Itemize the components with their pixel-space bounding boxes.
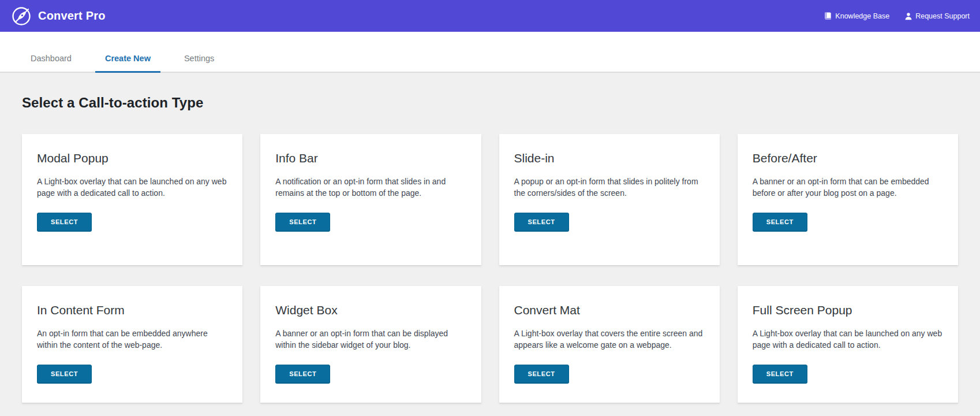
app-header: Convert Pro Knowledge Base Request Suppo…	[0, 0, 980, 32]
cta-card-description: A banner or an opt-in form that can be e…	[753, 176, 943, 199]
tab-settings[interactable]: Settings	[174, 46, 224, 73]
cta-card-modal-popup: Modal Popup A Light-box overlay that can…	[22, 134, 242, 265]
cta-card-full-screen-popup: Full Screen Popup A Light-box overlay th…	[738, 286, 958, 403]
cta-card-description: A popup or an opt-in form that slides in…	[514, 176, 705, 199]
brand: Convert Pro	[12, 6, 106, 26]
cta-card-description: A banner or an opt-in form that can be d…	[275, 328, 466, 351]
cta-card-title: Info Bar	[275, 151, 466, 165]
main-content: Select a Call-to-action Type Modal Popup…	[0, 95, 980, 403]
select-button-in-content-form[interactable]: SELECT	[37, 365, 92, 383]
cta-card-before-after: Before/After A banner or an opt-in form …	[738, 134, 958, 265]
knowledge-base-label: Knowledge Base	[835, 12, 889, 20]
cta-card-widget-box: Widget Box A banner or an opt-in form th…	[260, 286, 481, 403]
select-button-slide-in[interactable]: SELECT	[514, 213, 569, 231]
cta-card-title: Before/After	[753, 151, 943, 165]
request-support-label: Request Support	[915, 12, 970, 20]
tab-create-new[interactable]: Create New	[95, 46, 160, 73]
tab-bar: Dashboard Create New Settings	[0, 32, 980, 73]
cta-card-description: A Light-box overlay that can be launched…	[753, 328, 943, 351]
cta-card-slide-in: Slide-in A popup or an opt-in form that …	[499, 134, 720, 265]
cta-card-title: Widget Box	[275, 303, 466, 317]
user-icon	[904, 12, 912, 20]
cta-card-grid: Modal Popup A Light-box overlay that can…	[22, 134, 958, 403]
cta-card-in-content-form: In Content Form An opt-in form that can …	[22, 286, 242, 403]
select-button-before-after[interactable]: SELECT	[753, 213, 807, 231]
cta-card-description: A Light-box overlay that can be launched…	[37, 176, 227, 199]
brand-name: Convert Pro	[38, 9, 106, 23]
select-button-modal-popup[interactable]: SELECT	[37, 213, 92, 231]
cta-card-description: A notification or an opt-in form that sl…	[275, 176, 466, 199]
cta-card-title: Slide-in	[514, 151, 705, 165]
book-icon	[824, 12, 832, 20]
cta-card-description: An opt-in form that can be embedded anyw…	[37, 328, 227, 351]
convert-pro-rocket-logo-icon	[12, 6, 31, 26]
cta-card-convert-mat: Convert Mat A Light-box overlay that cov…	[499, 286, 720, 403]
cta-card-title: Full Screen Popup	[753, 303, 943, 317]
page-title: Select a Call-to-action Type	[22, 95, 958, 111]
cta-card-title: Convert Mat	[514, 303, 705, 317]
select-button-widget-box[interactable]: SELECT	[275, 365, 330, 383]
select-button-convert-mat[interactable]: SELECT	[514, 365, 569, 383]
select-button-full-screen-popup[interactable]: SELECT	[753, 365, 807, 383]
request-support-link[interactable]: Request Support	[904, 12, 970, 20]
cta-card-description: A Light-box overlay that covers the enti…	[514, 328, 705, 351]
cta-card-title: Modal Popup	[37, 151, 227, 165]
header-links: Knowledge Base Request Support	[824, 12, 970, 20]
select-button-info-bar[interactable]: SELECT	[275, 213, 330, 231]
knowledge-base-link[interactable]: Knowledge Base	[824, 12, 889, 20]
tab-dashboard[interactable]: Dashboard	[21, 46, 81, 73]
cta-card-title: In Content Form	[37, 303, 227, 317]
cta-card-info-bar: Info Bar A notification or an opt-in for…	[260, 134, 481, 265]
